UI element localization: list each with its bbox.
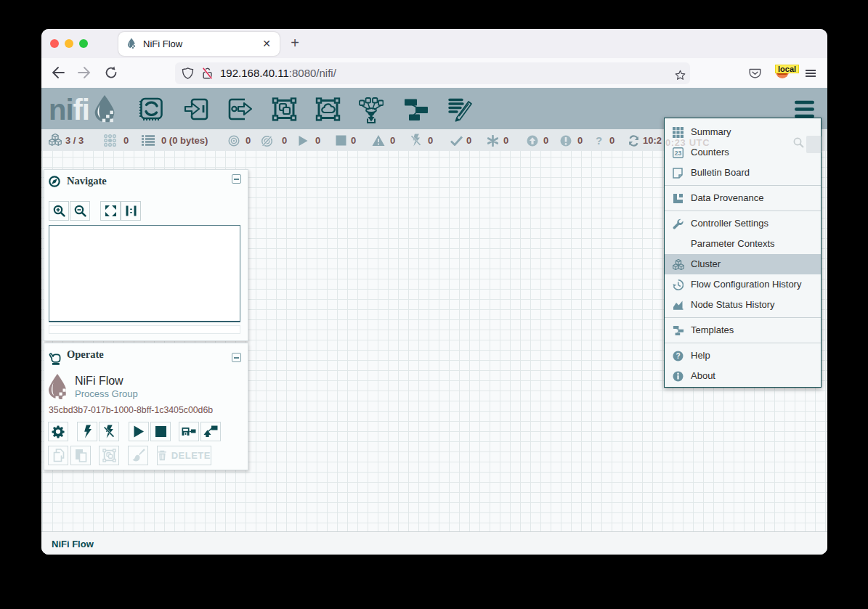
svg-text:?: ?	[676, 352, 680, 360]
svg-text:23: 23	[675, 150, 682, 157]
